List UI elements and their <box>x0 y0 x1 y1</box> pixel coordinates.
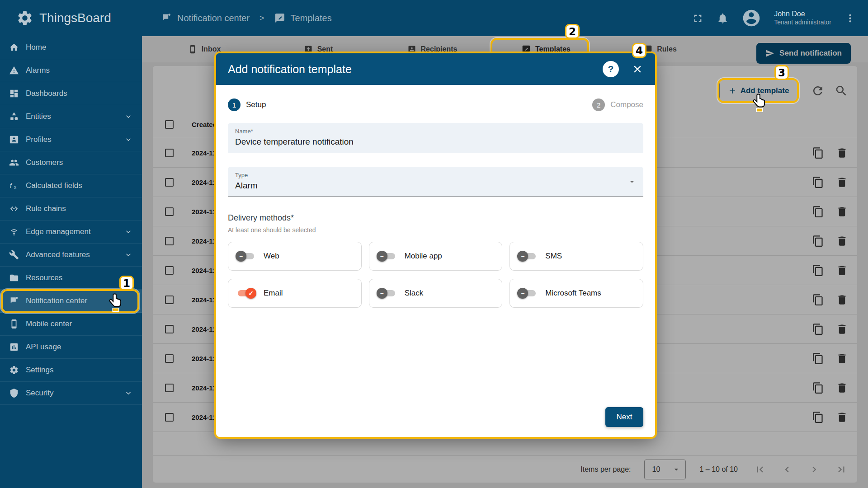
home-icon <box>9 42 19 52</box>
dialog-title: Add notification template <box>228 63 352 76</box>
sidebar-item-rule-chains[interactable]: Rule chains <box>0 197 142 221</box>
sidebar-item-label: Alarms <box>26 66 50 75</box>
minus-icon: − <box>377 288 387 299</box>
type-field-label: Type <box>235 172 636 178</box>
breadcrumb: Notification center > Templates <box>161 13 332 23</box>
svg-text:f: f <box>10 182 13 189</box>
customers-icon <box>9 158 19 168</box>
type-field-value: Alarm <box>235 181 636 191</box>
name-field-label: Name* <box>235 128 636 135</box>
toggle-slack[interactable]: − <box>377 287 397 299</box>
sidebar-item-api-usage[interactable]: API usage <box>0 336 142 359</box>
app-title: ThingsBoard <box>39 11 111 25</box>
sidebar-item-dashboards[interactable]: Dashboards <box>0 82 142 105</box>
function-icon: fx <box>9 181 19 191</box>
breadcrumb-templates[interactable]: Templates <box>291 13 332 23</box>
type-select[interactable]: Type Alarm <box>228 167 643 197</box>
delivery-method-label: Slack <box>405 289 424 298</box>
sidebar-item-label: Dashboards <box>26 89 67 98</box>
chevron-down-icon <box>124 389 133 398</box>
tools-icon <box>9 250 19 260</box>
next-button[interactable]: Next <box>605 407 643 427</box>
sidebar-menu: HomeAlarmsDashboardsEntitiesProfilesCust… <box>0 36 142 488</box>
breadcrumb-notification-center[interactable]: Notification center <box>177 13 250 23</box>
minus-icon: − <box>236 251 246 262</box>
delivery-method-web[interactable]: −Web <box>228 242 362 271</box>
step-1-circle: 1 <box>228 99 241 111</box>
annotation-badge-4: 4 <box>632 43 646 58</box>
toggle-microsoft-teams[interactable]: − <box>517 287 538 299</box>
user-name: John Doe <box>774 9 831 19</box>
help-button[interactable]: ? <box>603 61 619 77</box>
fullscreen-icon[interactable] <box>692 12 704 24</box>
user-role: Tenant administrator <box>774 19 831 27</box>
delivery-method-microsoft-teams[interactable]: −Microsoft Teams <box>509 279 643 308</box>
sidebar-item-advanced-features[interactable]: Advanced features <box>0 244 142 267</box>
delivery-methods-title: Delivery methods* <box>228 213 643 223</box>
step-2-label: Compose <box>610 100 643 109</box>
sidebar-item-label: Profiles <box>26 135 52 144</box>
mobile-icon <box>9 319 19 329</box>
hand-cursor-icon <box>108 293 124 312</box>
toggle-email[interactable]: ✓ <box>236 287 256 299</box>
sidebar-item-home[interactable]: Home <box>0 36 142 59</box>
chevron-down-icon <box>124 135 133 144</box>
name-field-value: Device temperature notification <box>235 137 636 147</box>
folder-icon <box>9 273 19 283</box>
annotation-badge-2: 2 <box>565 24 580 39</box>
entities-icon <box>9 112 19 122</box>
close-icon[interactable] <box>632 63 643 75</box>
sidebar-item-customers[interactable]: Customers <box>0 151 142 174</box>
edge-icon <box>9 227 19 237</box>
sidebar-item-label: Advanced features <box>26 250 90 259</box>
user-block[interactable]: John Doe Tenant administrator <box>774 9 831 27</box>
rule-chains-icon <box>9 204 19 214</box>
annotation-badge-3: 3 <box>774 65 789 80</box>
dropdown-arrow-icon <box>627 177 637 187</box>
sidebar-item-entities[interactable]: Entities <box>0 105 142 128</box>
sidebar-item-label: Edge management <box>26 227 91 236</box>
toggle-mobile-app[interactable]: − <box>377 250 397 262</box>
delivery-method-sms[interactable]: −SMS <box>509 242 643 271</box>
chart-icon <box>9 342 19 352</box>
notification-center-icon <box>161 13 172 23</box>
toggle-sms[interactable]: − <box>517 250 538 262</box>
minus-icon: − <box>377 251 387 262</box>
delivery-method-slack[interactable]: −Slack <box>369 279 503 308</box>
chevron-down-icon <box>124 227 133 236</box>
add-notification-template-dialog: Add notification template ? 1 Setup 2 Co… <box>216 53 655 437</box>
sidebar-item-profiles[interactable]: Profiles <box>0 128 142 151</box>
toggle-web[interactable]: − <box>236 250 256 262</box>
minus-icon: − <box>517 288 528 299</box>
step-1-label: Setup <box>246 100 266 109</box>
check-icon: ✓ <box>245 288 256 299</box>
sidebar-item-label: Entities <box>26 112 51 121</box>
hand-cursor-icon <box>751 93 768 112</box>
sidebar-item-alarms[interactable]: Alarms <box>0 59 142 82</box>
delivery-method-mobile-app[interactable]: −Mobile app <box>369 242 503 271</box>
stepper-line <box>274 105 584 105</box>
dashboards-icon <box>9 89 19 99</box>
chevron-down-icon <box>124 250 133 259</box>
sidebar-item-calculated-fields[interactable]: fxCalculated fields <box>0 174 142 197</box>
sidebar-item-settings[interactable]: Settings <box>0 359 142 382</box>
sidebar-item-label: Rule chains <box>26 204 66 213</box>
sidebar-item-security[interactable]: Security <box>0 382 142 405</box>
delivery-method-label: Mobile app <box>405 252 442 261</box>
sidebar-item-label: Home <box>26 43 46 52</box>
bell-icon[interactable] <box>717 12 729 24</box>
name-field[interactable]: Name* Device temperature notification <box>228 123 643 153</box>
sidebar-item-label: Mobile center <box>26 319 72 328</box>
chevron-down-icon <box>124 112 133 121</box>
delivery-method-label: SMS <box>545 252 562 261</box>
profiles-icon <box>9 135 19 145</box>
shield-icon <box>9 388 19 398</box>
delivery-method-email[interactable]: ✓Email <box>228 279 362 308</box>
kebab-menu-icon[interactable] <box>844 12 856 24</box>
avatar[interactable] <box>741 8 761 28</box>
sidebar-item-edge-management[interactable]: Edge management <box>0 221 142 244</box>
svg-text:x: x <box>14 185 16 190</box>
app-header: ThingsBoard Notification center > Templa… <box>0 0 868 36</box>
sidebar-item-mobile-center[interactable]: Mobile center <box>0 313 142 336</box>
thingsboard-logo-icon <box>16 9 33 27</box>
